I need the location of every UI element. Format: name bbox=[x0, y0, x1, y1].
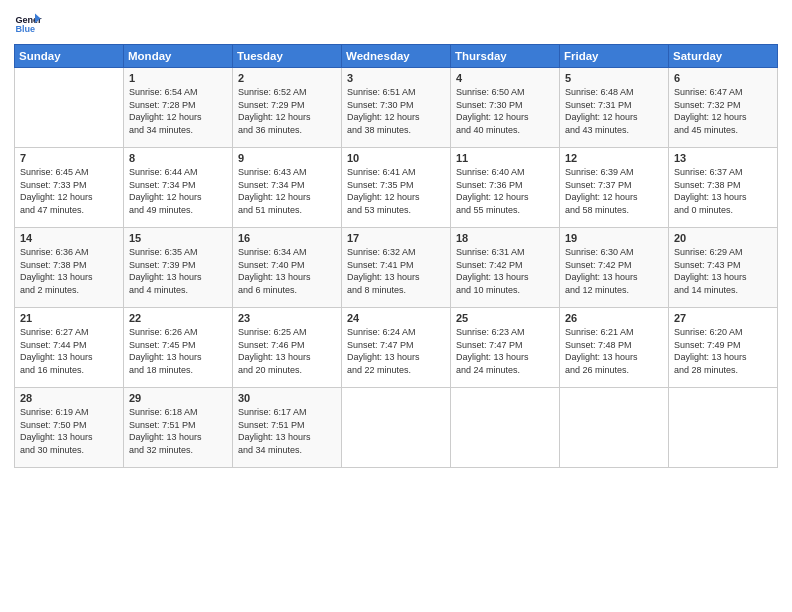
day-number: 15 bbox=[129, 232, 227, 244]
calendar-cell: 5Sunrise: 6:48 AM Sunset: 7:31 PM Daylig… bbox=[560, 68, 669, 148]
day-info: Sunrise: 6:36 AM Sunset: 7:38 PM Dayligh… bbox=[20, 246, 118, 296]
calendar-cell: 25Sunrise: 6:23 AM Sunset: 7:47 PM Dayli… bbox=[451, 308, 560, 388]
calendar-cell: 22Sunrise: 6:26 AM Sunset: 7:45 PM Dayli… bbox=[124, 308, 233, 388]
weekday-header: Friday bbox=[560, 45, 669, 68]
day-info: Sunrise: 6:54 AM Sunset: 7:28 PM Dayligh… bbox=[129, 86, 227, 136]
day-info: Sunrise: 6:45 AM Sunset: 7:33 PM Dayligh… bbox=[20, 166, 118, 216]
calendar-week-row: 21Sunrise: 6:27 AM Sunset: 7:44 PM Dayli… bbox=[15, 308, 778, 388]
day-info: Sunrise: 6:23 AM Sunset: 7:47 PM Dayligh… bbox=[456, 326, 554, 376]
day-info: Sunrise: 6:37 AM Sunset: 7:38 PM Dayligh… bbox=[674, 166, 772, 216]
calendar-week-row: 14Sunrise: 6:36 AM Sunset: 7:38 PM Dayli… bbox=[15, 228, 778, 308]
calendar-cell: 9Sunrise: 6:43 AM Sunset: 7:34 PM Daylig… bbox=[233, 148, 342, 228]
day-info: Sunrise: 6:25 AM Sunset: 7:46 PM Dayligh… bbox=[238, 326, 336, 376]
day-number: 20 bbox=[674, 232, 772, 244]
day-number: 22 bbox=[129, 312, 227, 324]
calendar-cell: 10Sunrise: 6:41 AM Sunset: 7:35 PM Dayli… bbox=[342, 148, 451, 228]
day-number: 6 bbox=[674, 72, 772, 84]
svg-text:Blue: Blue bbox=[15, 24, 35, 34]
calendar-cell: 19Sunrise: 6:30 AM Sunset: 7:42 PM Dayli… bbox=[560, 228, 669, 308]
day-number: 27 bbox=[674, 312, 772, 324]
calendar-cell bbox=[451, 388, 560, 468]
day-info: Sunrise: 6:19 AM Sunset: 7:50 PM Dayligh… bbox=[20, 406, 118, 456]
calendar-cell: 2Sunrise: 6:52 AM Sunset: 7:29 PM Daylig… bbox=[233, 68, 342, 148]
day-number: 2 bbox=[238, 72, 336, 84]
calendar-cell: 15Sunrise: 6:35 AM Sunset: 7:39 PM Dayli… bbox=[124, 228, 233, 308]
weekday-header: Tuesday bbox=[233, 45, 342, 68]
day-number: 3 bbox=[347, 72, 445, 84]
day-info: Sunrise: 6:44 AM Sunset: 7:34 PM Dayligh… bbox=[129, 166, 227, 216]
day-number: 4 bbox=[456, 72, 554, 84]
day-info: Sunrise: 6:20 AM Sunset: 7:49 PM Dayligh… bbox=[674, 326, 772, 376]
calendar-cell: 12Sunrise: 6:39 AM Sunset: 7:37 PM Dayli… bbox=[560, 148, 669, 228]
weekday-header: Monday bbox=[124, 45, 233, 68]
day-number: 17 bbox=[347, 232, 445, 244]
day-info: Sunrise: 6:24 AM Sunset: 7:47 PM Dayligh… bbox=[347, 326, 445, 376]
day-number: 24 bbox=[347, 312, 445, 324]
calendar-cell bbox=[15, 68, 124, 148]
day-info: Sunrise: 6:31 AM Sunset: 7:42 PM Dayligh… bbox=[456, 246, 554, 296]
day-info: Sunrise: 6:35 AM Sunset: 7:39 PM Dayligh… bbox=[129, 246, 227, 296]
day-info: Sunrise: 6:18 AM Sunset: 7:51 PM Dayligh… bbox=[129, 406, 227, 456]
day-number: 19 bbox=[565, 232, 663, 244]
calendar-cell bbox=[669, 388, 778, 468]
calendar-cell bbox=[342, 388, 451, 468]
day-number: 29 bbox=[129, 392, 227, 404]
day-info: Sunrise: 6:34 AM Sunset: 7:40 PM Dayligh… bbox=[238, 246, 336, 296]
calendar-cell: 23Sunrise: 6:25 AM Sunset: 7:46 PM Dayli… bbox=[233, 308, 342, 388]
day-number: 30 bbox=[238, 392, 336, 404]
calendar-cell: 26Sunrise: 6:21 AM Sunset: 7:48 PM Dayli… bbox=[560, 308, 669, 388]
calendar-week-row: 1Sunrise: 6:54 AM Sunset: 7:28 PM Daylig… bbox=[15, 68, 778, 148]
logo: General Blue bbox=[14, 10, 44, 38]
day-info: Sunrise: 6:40 AM Sunset: 7:36 PM Dayligh… bbox=[456, 166, 554, 216]
day-info: Sunrise: 6:21 AM Sunset: 7:48 PM Dayligh… bbox=[565, 326, 663, 376]
day-info: Sunrise: 6:41 AM Sunset: 7:35 PM Dayligh… bbox=[347, 166, 445, 216]
calendar-header-row: SundayMondayTuesdayWednesdayThursdayFrid… bbox=[15, 45, 778, 68]
day-number: 18 bbox=[456, 232, 554, 244]
day-number: 25 bbox=[456, 312, 554, 324]
day-number: 9 bbox=[238, 152, 336, 164]
calendar-cell: 1Sunrise: 6:54 AM Sunset: 7:28 PM Daylig… bbox=[124, 68, 233, 148]
day-info: Sunrise: 6:50 AM Sunset: 7:30 PM Dayligh… bbox=[456, 86, 554, 136]
day-info: Sunrise: 6:48 AM Sunset: 7:31 PM Dayligh… bbox=[565, 86, 663, 136]
day-number: 5 bbox=[565, 72, 663, 84]
day-info: Sunrise: 6:52 AM Sunset: 7:29 PM Dayligh… bbox=[238, 86, 336, 136]
day-info: Sunrise: 6:30 AM Sunset: 7:42 PM Dayligh… bbox=[565, 246, 663, 296]
calendar-cell: 30Sunrise: 6:17 AM Sunset: 7:51 PM Dayli… bbox=[233, 388, 342, 468]
day-info: Sunrise: 6:47 AM Sunset: 7:32 PM Dayligh… bbox=[674, 86, 772, 136]
calendar-cell: 4Sunrise: 6:50 AM Sunset: 7:30 PM Daylig… bbox=[451, 68, 560, 148]
calendar-cell: 29Sunrise: 6:18 AM Sunset: 7:51 PM Dayli… bbox=[124, 388, 233, 468]
calendar-cell: 21Sunrise: 6:27 AM Sunset: 7:44 PM Dayli… bbox=[15, 308, 124, 388]
day-number: 13 bbox=[674, 152, 772, 164]
calendar-cell: 24Sunrise: 6:24 AM Sunset: 7:47 PM Dayli… bbox=[342, 308, 451, 388]
calendar-week-row: 28Sunrise: 6:19 AM Sunset: 7:50 PM Dayli… bbox=[15, 388, 778, 468]
calendar-cell: 7Sunrise: 6:45 AM Sunset: 7:33 PM Daylig… bbox=[15, 148, 124, 228]
calendar-cell: 11Sunrise: 6:40 AM Sunset: 7:36 PM Dayli… bbox=[451, 148, 560, 228]
day-number: 1 bbox=[129, 72, 227, 84]
day-info: Sunrise: 6:43 AM Sunset: 7:34 PM Dayligh… bbox=[238, 166, 336, 216]
weekday-header: Sunday bbox=[15, 45, 124, 68]
day-info: Sunrise: 6:32 AM Sunset: 7:41 PM Dayligh… bbox=[347, 246, 445, 296]
calendar-cell bbox=[560, 388, 669, 468]
calendar-cell: 6Sunrise: 6:47 AM Sunset: 7:32 PM Daylig… bbox=[669, 68, 778, 148]
day-number: 16 bbox=[238, 232, 336, 244]
day-info: Sunrise: 6:26 AM Sunset: 7:45 PM Dayligh… bbox=[129, 326, 227, 376]
weekday-header: Saturday bbox=[669, 45, 778, 68]
logo-icon: General Blue bbox=[14, 10, 42, 38]
day-number: 14 bbox=[20, 232, 118, 244]
page-header: General Blue bbox=[14, 10, 778, 38]
calendar-cell: 28Sunrise: 6:19 AM Sunset: 7:50 PM Dayli… bbox=[15, 388, 124, 468]
day-number: 21 bbox=[20, 312, 118, 324]
day-info: Sunrise: 6:17 AM Sunset: 7:51 PM Dayligh… bbox=[238, 406, 336, 456]
day-number: 7 bbox=[20, 152, 118, 164]
calendar-cell: 17Sunrise: 6:32 AM Sunset: 7:41 PM Dayli… bbox=[342, 228, 451, 308]
calendar-cell: 8Sunrise: 6:44 AM Sunset: 7:34 PM Daylig… bbox=[124, 148, 233, 228]
calendar-cell: 27Sunrise: 6:20 AM Sunset: 7:49 PM Dayli… bbox=[669, 308, 778, 388]
calendar-cell: 13Sunrise: 6:37 AM Sunset: 7:38 PM Dayli… bbox=[669, 148, 778, 228]
calendar-cell: 16Sunrise: 6:34 AM Sunset: 7:40 PM Dayli… bbox=[233, 228, 342, 308]
calendar-cell: 20Sunrise: 6:29 AM Sunset: 7:43 PM Dayli… bbox=[669, 228, 778, 308]
page-container: General Blue SundayMondayTuesdayWednesda… bbox=[0, 0, 792, 478]
day-number: 26 bbox=[565, 312, 663, 324]
calendar-week-row: 7Sunrise: 6:45 AM Sunset: 7:33 PM Daylig… bbox=[15, 148, 778, 228]
day-number: 10 bbox=[347, 152, 445, 164]
day-number: 8 bbox=[129, 152, 227, 164]
